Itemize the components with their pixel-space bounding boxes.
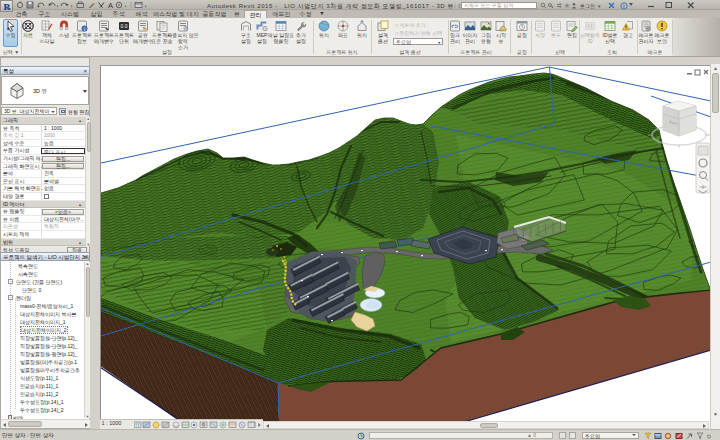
- svg-text:A: A: [108, 1, 113, 9]
- svg-text:i: i: [84, 26, 85, 32]
